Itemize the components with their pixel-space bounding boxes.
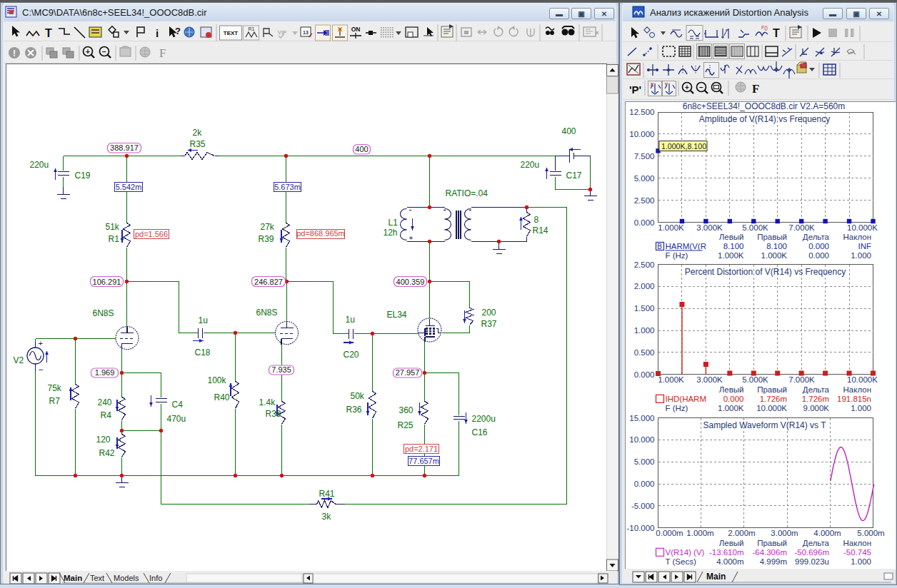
- svg-text:15.000: 15.000: [629, 414, 654, 422]
- svg-text:220u: 220u: [30, 160, 49, 170]
- svg-text:Percent Distortion of V(R14) v: Percent Distortion of V(R14) vs Frequenc…: [685, 267, 846, 277]
- svg-text:10.000: 10.000: [629, 435, 654, 444]
- svg-text:C20: C20: [344, 350, 359, 360]
- svg-text:Text: Text: [90, 574, 104, 582]
- svg-text:Наклон: Наклон: [843, 233, 871, 241]
- svg-text:Наклон: Наклон: [843, 539, 871, 547]
- svg-text:INF: INF: [858, 242, 871, 250]
- svg-text:7.935: 7.935: [271, 365, 291, 374]
- svg-text:pd=1.566: pd=1.566: [135, 230, 168, 238]
- svg-text:C19: C19: [75, 171, 91, 181]
- svg-text:8.100: 8.100: [723, 242, 744, 250]
- svg-text:1.000K: 1.000K: [718, 251, 744, 260]
- svg-text:191.815n: 191.815n: [837, 395, 871, 403]
- svg-text:R36: R36: [346, 405, 362, 415]
- svg-text:4.000m: 4.000m: [716, 557, 743, 566]
- svg-text:5.000: 5.000: [634, 457, 655, 466]
- svg-text:0.500: 0.500: [634, 348, 655, 357]
- svg-text:470u: 470u: [167, 414, 186, 424]
- svg-text:F(): F(): [761, 25, 768, 31]
- svg-text:Левый: Левый: [719, 385, 744, 394]
- svg-text:Дельта: Дельта: [803, 385, 830, 394]
- svg-text:Main: Main: [706, 572, 726, 582]
- svg-text:ON: ON: [351, 26, 361, 33]
- svg-text:'P': 'P': [629, 83, 641, 96]
- svg-text:L1: L1: [389, 218, 399, 228]
- svg-text:100k: 100k: [208, 375, 227, 385]
- svg-text:3.000K: 3.000K: [696, 223, 723, 232]
- svg-text:1.000: 1.000: [851, 404, 871, 412]
- svg-text:R1: R1: [249, 26, 255, 31]
- svg-text:400.359: 400.359: [396, 278, 425, 286]
- svg-text:3.000K: 3.000K: [696, 375, 723, 384]
- svg-text:EL34: EL34: [387, 310, 407, 320]
- svg-text:10.000K: 10.000K: [847, 223, 878, 232]
- svg-text:0.000: 0.000: [634, 480, 655, 488]
- svg-text:8.100: 8.100: [766, 242, 787, 250]
- svg-text:1.4k: 1.4k: [259, 397, 276, 407]
- svg-text:4.999m: 4.999m: [760, 557, 787, 566]
- svg-text:1.726m: 1.726m: [760, 395, 787, 403]
- svg-text:Правый: Правый: [757, 233, 787, 241]
- svg-text:7.000K: 7.000K: [788, 375, 815, 384]
- svg-text:F (Hz): F (Hz): [666, 251, 688, 260]
- svg-text:R7: R7: [49, 396, 61, 406]
- svg-text:Правый: Правый: [757, 385, 787, 394]
- svg-text:4.000m: 4.000m: [813, 529, 841, 537]
- svg-text:Main: Main: [64, 574, 82, 582]
- svg-text:+: +: [39, 339, 43, 348]
- svg-text:2k: 2k: [193, 128, 203, 138]
- svg-text:R4: R4: [101, 410, 112, 420]
- svg-text:V2: V2: [14, 355, 24, 365]
- svg-text:1.000m: 1.000m: [686, 529, 713, 537]
- svg-text:27.957: 27.957: [396, 368, 420, 377]
- svg-text:1.000K: 1.000K: [761, 251, 788, 260]
- svg-text:R42: R42: [99, 448, 115, 458]
- svg-text:R37: R37: [481, 319, 497, 329]
- svg-text:-10.000: -10.000: [626, 524, 654, 532]
- svg-text:−: −: [102, 48, 106, 56]
- svg-text:12h: 12h: [384, 228, 398, 238]
- svg-text:5.000K: 5.000K: [742, 223, 768, 232]
- svg-text:Дельта: Дельта: [803, 233, 830, 241]
- svg-text:-50.696m: -50.696m: [794, 548, 829, 557]
- svg-text:pd=868.965m: pd=868.965m: [296, 229, 345, 238]
- svg-text:T: T: [45, 27, 52, 39]
- svg-text:1u: 1u: [199, 315, 208, 325]
- svg-text:V(R14) (V): V(R14) (V): [666, 548, 705, 557]
- svg-text:6N8S: 6N8S: [256, 308, 278, 318]
- svg-text:i: i: [156, 27, 159, 39]
- svg-text:9.000K: 9.000K: [803, 404, 830, 412]
- svg-text:?: ?: [175, 26, 181, 36]
- svg-text:1.726m: 1.726m: [802, 395, 829, 403]
- svg-text:246.827: 246.827: [254, 278, 283, 286]
- svg-text:77.657m: 77.657m: [409, 457, 439, 465]
- svg-text:400: 400: [355, 145, 368, 153]
- svg-text:Левый: Левый: [719, 233, 744, 241]
- svg-text:T (Secs): T (Secs): [666, 557, 696, 566]
- svg-text:Наклон: Наклон: [843, 385, 871, 394]
- svg-text:0.000: 0.000: [808, 242, 829, 250]
- svg-text:-64.306m: -64.306m: [752, 548, 787, 557]
- svg-text:400: 400: [562, 126, 576, 136]
- svg-text:Дельта: Дельта: [803, 539, 830, 547]
- svg-text:−: −: [39, 365, 44, 375]
- svg-text:3k: 3k: [322, 512, 332, 522]
- svg-text:6N8S: 6N8S: [93, 308, 114, 318]
- svg-text:0.000: 0.000: [723, 395, 744, 403]
- svg-text:X: X: [651, 81, 654, 88]
- svg-text:5.000m: 5.000m: [857, 529, 884, 537]
- svg-text:-13.610m: -13.610m: [709, 548, 744, 557]
- svg-text:Models: Models: [114, 574, 139, 582]
- svg-text:1.000: 1.000: [634, 326, 655, 335]
- svg-text:F: F: [752, 82, 759, 96]
- svg-text:R1: R1: [109, 234, 120, 244]
- svg-text:!: !: [13, 49, 16, 59]
- svg-text:10.000K: 10.000K: [847, 375, 878, 384]
- svg-text:10.000K: 10.000K: [756, 404, 787, 412]
- svg-text:TEXT: TEXT: [224, 30, 239, 36]
- svg-text:75k: 75k: [48, 383, 62, 393]
- svg-text:0.000m: 0.000m: [656, 529, 683, 537]
- svg-text:50k: 50k: [351, 391, 365, 401]
- svg-text:B: B: [657, 243, 662, 250]
